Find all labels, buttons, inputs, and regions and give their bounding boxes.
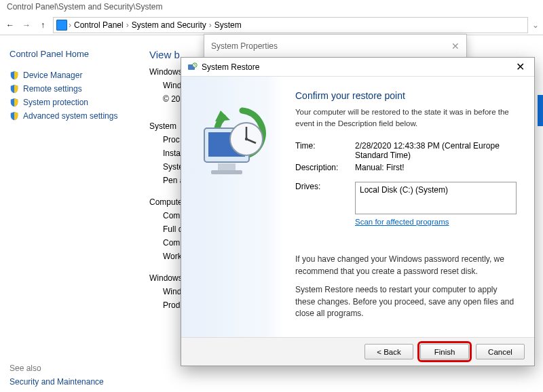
breadcrumb[interactable]: › Control Panel › System and Security › … [53, 17, 528, 33]
chevron-right-icon: › [69, 20, 71, 30]
finish-button[interactable]: Finish [420, 344, 469, 359]
svg-rect-6 [211, 170, 242, 174]
password-note: If you have changed your Windows passwor… [295, 254, 517, 277]
dialog-explain: Your computer will be restored to the st… [295, 106, 517, 129]
chevron-right-icon: › [209, 20, 212, 30]
up-button[interactable]: ↑ [37, 19, 49, 31]
shield-icon [10, 111, 19, 121]
shield-icon [10, 71, 19, 80]
svg-marker-2 [215, 111, 230, 121]
chevron-right-icon: › [126, 20, 129, 30]
scan-affected-programs-link[interactable]: Scan for affected programs [355, 218, 449, 226]
sidebar-item-advanced-settings[interactable]: Advanced system settings [10, 109, 133, 123]
description-label: Description: [295, 163, 355, 172]
drives-value: Local Disk (C:) (System) [360, 185, 448, 195]
shield-icon [10, 98, 19, 107]
dialog-heading: Confirm your restore point [295, 90, 517, 101]
breadcrumb-root[interactable]: Control Panel [73, 20, 125, 30]
forward-button: → [20, 19, 33, 31]
description-value: Manual: First! [355, 163, 517, 172]
back-button[interactable]: ← [4, 19, 16, 31]
navigation-row: ← → ↑ › Control Panel › System and Secur… [0, 15, 543, 35]
restore-icon [187, 62, 198, 73]
time-label: Time: [295, 141, 355, 160]
window-title: Control Panel\System and Security\System [0, 0, 543, 15]
dialog-header: System Restore ✕ [181, 58, 534, 77]
breadcrumb-mid[interactable]: System and Security [130, 20, 208, 30]
sidebar-item-system-protection[interactable]: System protection [10, 96, 133, 109]
dialog-title: System Restore [202, 62, 259, 72]
shield-icon [10, 84, 19, 94]
sidebar-item-label: System protection [23, 98, 88, 107]
svg-rect-5 [218, 163, 236, 170]
sidebar-item-label: Remote settings [23, 84, 82, 94]
dialog-illustration [181, 77, 283, 337]
chevron-down-icon[interactable]: ⌄ [532, 20, 539, 30]
close-icon[interactable]: ✕ [451, 41, 460, 52]
time-value: 2/28/2020 12:43:38 PM (Central Europe St… [355, 141, 517, 160]
back-button[interactable]: < Back [364, 344, 413, 359]
system-restore-dialog: System Restore ✕ Confirm your restore po… [181, 57, 535, 366]
dialog-content: Confirm your restore point Your computer… [283, 77, 534, 337]
svg-point-10 [245, 138, 248, 140]
system-properties-title: System Properties [211, 41, 278, 51]
breadcrumb-leaf[interactable]: System [213, 20, 243, 30]
see-also-label: See also [10, 364, 41, 373]
drives-label: Drives: [295, 182, 355, 191]
restart-note: System Restore needs to restart your com… [295, 284, 517, 319]
control-panel-icon [56, 20, 67, 31]
close-button[interactable]: ✕ [512, 60, 529, 73]
control-panel-home-link[interactable]: Control Panel Home [10, 49, 133, 59]
restore-monitor-clock-icon [195, 104, 269, 185]
drives-listbox[interactable]: Local Disk (C:) (System) [355, 182, 517, 214]
sidebar-item-label: Device Manager [23, 71, 82, 80]
sidebar-item-device-manager[interactable]: Device Manager [10, 68, 133, 82]
edge-accent [538, 95, 543, 126]
sidebar: Control Panel Home Device Manager Remote… [0, 35, 143, 392]
security-maintenance-link[interactable]: Security and Maintenance [10, 377, 104, 387]
sidebar-item-label: Advanced system settings [23, 111, 117, 121]
cancel-button[interactable]: Cancel [476, 344, 525, 359]
sidebar-item-remote-settings[interactable]: Remote settings [10, 82, 133, 96]
dialog-button-row: < Back Finish Cancel [181, 337, 534, 366]
